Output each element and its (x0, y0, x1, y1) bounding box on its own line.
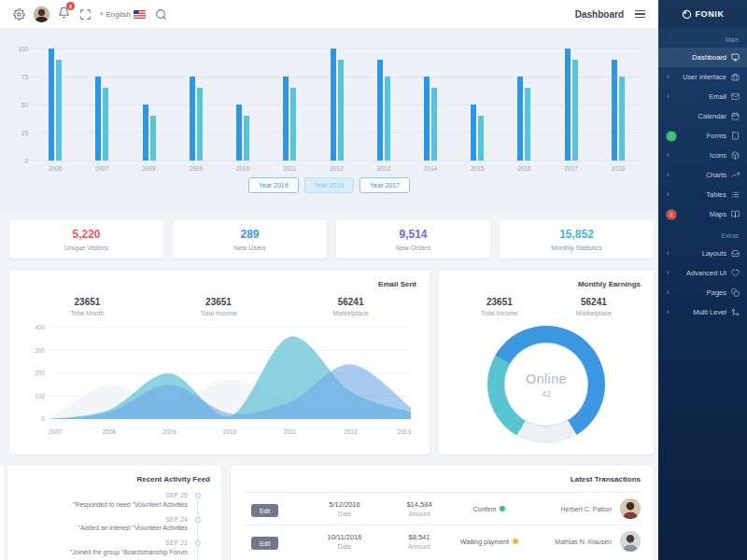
sidebar-item-label: Multi Level (693, 308, 726, 316)
y-axis-tick: 0 (7, 158, 28, 164)
year-buttons: Year 2019Year 2018Year 2017 (0, 177, 658, 193)
chevron-left-icon: ‹ (667, 190, 675, 199)
bar-series-a[interactable] (49, 49, 54, 161)
notification-badge: 3 (66, 2, 75, 10)
chevron-left-icon: ‹ (667, 269, 675, 277)
sidebar-item-multi-level[interactable]: ‹Multi Level (658, 302, 747, 322)
sidebar-item-label: Forms (707, 132, 726, 140)
sidebar-item-calendar[interactable]: Calendar (658, 106, 747, 126)
transaction-avatar (620, 498, 641, 519)
status-dot-icon (500, 506, 505, 511)
svg-text:2013: 2013 (398, 428, 412, 435)
edit-button[interactable]: Edit (251, 537, 278, 550)
timeline-dot-icon (195, 493, 201, 498)
overview-chart-panel: 1007550250200620072008200920102011201220… (0, 28, 658, 213)
activity-date: SEP 25 (19, 492, 188, 498)
bar-series-b[interactable] (290, 88, 296, 161)
bar-series-a[interactable] (143, 105, 148, 161)
nav-badge (667, 132, 676, 141)
bar-series-a[interactable] (565, 49, 571, 161)
x-axis-label: 2018 (585, 165, 651, 172)
list-icon (731, 190, 740, 199)
bar-series-a[interactable] (612, 60, 617, 161)
fullscreen-icon[interactable] (79, 8, 92, 21)
activity-item[interactable]: SEP 24 "Added an interest "Volunteer Act… (19, 516, 210, 532)
bar-series-a[interactable] (190, 77, 195, 161)
bar-series-b[interactable] (431, 88, 437, 161)
bar-series-a[interactable] (377, 60, 383, 161)
bar-series-a[interactable] (95, 77, 101, 161)
user-avatar[interactable] (34, 7, 49, 22)
bar-series-b[interactable] (385, 77, 390, 161)
notifications-button[interactable]: 3 (58, 6, 70, 22)
transaction-status: Confirm (473, 506, 497, 512)
bar-series-b[interactable] (197, 88, 203, 161)
sidebar-item-icons[interactable]: ‹Icons (658, 146, 747, 165)
stat-value: 15,852 (500, 228, 654, 241)
bar-group-2011: 2011 (266, 49, 313, 161)
language-selector[interactable]: ▾ English (100, 10, 146, 19)
bar-series-b[interactable] (525, 88, 530, 161)
status-dot-icon (513, 539, 518, 544)
svg-text:200: 200 (35, 370, 45, 376)
bar-series-b[interactable] (619, 77, 625, 161)
bar-series-b[interactable] (103, 88, 108, 161)
edit-button[interactable]: Edit (251, 504, 278, 517)
y-axis-tick: 75 (7, 74, 28, 80)
bar-series-a[interactable] (471, 105, 476, 161)
gear-icon[interactable] (13, 8, 25, 21)
activity-date: SEP 23 (19, 539, 188, 546)
bar-group-2015: 2015 (454, 49, 500, 161)
mini-stat-value: 56241 (576, 297, 612, 307)
sidebar-item-maps[interactable]: 2Maps (658, 204, 747, 224)
sidebar-item-label: Email (709, 92, 726, 101)
bar-series-b[interactable] (56, 60, 62, 161)
transaction-amount: $14,584 (386, 500, 453, 509)
copy-icon (731, 288, 740, 297)
year-2017-button[interactable]: Year 2017 (359, 177, 410, 193)
search-icon[interactable] (155, 8, 167, 21)
donut-chart: Online 42 (487, 326, 605, 443)
sidebar-item-pages[interactable]: ‹Pages (658, 283, 747, 302)
transaction-date-label: Date (303, 511, 386, 517)
stat-label: Unique Visitors (9, 245, 163, 251)
partial-card-edge (0, 466, 4, 560)
mini-stat-label: Marketplace (576, 310, 612, 316)
brand[interactable]: FONIK (658, 0, 747, 28)
bar-series-b[interactable] (338, 60, 344, 161)
book-open-icon (731, 210, 740, 218)
bar-series-a[interactable] (236, 105, 242, 161)
sidebar-item-email[interactable]: ‹Email (658, 87, 747, 106)
sidebar-item-layouts[interactable]: ‹Layouts (658, 244, 747, 263)
year-2018-button[interactable]: Year 2018 (304, 177, 355, 193)
stat-card-unique-visitors: 5,220 Unique Visitors (9, 220, 163, 259)
sidebar-item-dashboard[interactable]: Dashboard (658, 48, 747, 67)
bar-series-b[interactable] (572, 60, 578, 161)
sidebar-item-forms[interactable]: Forms (658, 126, 747, 146)
monthly-earnings-card: Monthly Earnings 23651 Total Income 5624… (439, 271, 654, 455)
stat-value: 289 (173, 228, 327, 241)
bar-series-b[interactable] (244, 116, 249, 161)
bar-series-a[interactable] (283, 77, 289, 161)
activity-timeline: SEP 25 "Responded to need "Volunteer Act… (19, 492, 210, 555)
bar-series-b[interactable] (478, 116, 484, 161)
nav-section-main: Main (658, 28, 747, 48)
bar-series-a[interactable] (331, 49, 336, 161)
bar-series-a[interactable] (424, 77, 430, 161)
stat-value: 5,220 (9, 228, 163, 241)
sidebar-item-user-interface[interactable]: ‹User Interface (658, 67, 747, 87)
mini-stat-label: Total Income (200, 310, 237, 316)
bar-series-b[interactable] (150, 116, 156, 161)
year-2019-button[interactable]: Year 2019 (248, 177, 299, 193)
bar-series-a[interactable] (517, 77, 523, 161)
mini-stat-label: Total Income (481, 310, 518, 316)
sidebar-item-charts[interactable]: ‹Charts (658, 165, 747, 185)
activity-item[interactable]: SEP 25 "Responded to need "Volunteer Act… (19, 492, 210, 508)
menu-toggle-icon[interactable] (635, 10, 645, 19)
activity-text: "Joined the group "Boardsmanship Forum (19, 549, 188, 555)
y-axis-tick: 25 (7, 130, 28, 136)
sidebar-item-advanced-ui[interactable]: ‹Advanced UI (658, 263, 747, 283)
activity-item[interactable]: SEP 23 "Joined the group "Boardsmanship … (19, 539, 210, 555)
sidebar-item-tables[interactable]: ‹Tables (658, 185, 747, 204)
bar-group-2016: 2016 (500, 49, 547, 161)
